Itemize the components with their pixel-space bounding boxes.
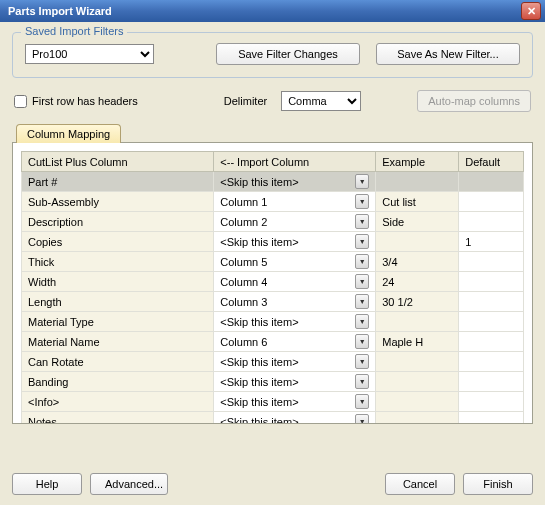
- example-cell: 24: [376, 272, 459, 292]
- chevron-down-icon[interactable]: ▼: [355, 374, 369, 389]
- table-row: Material NameColumn 6▼Maple H: [22, 332, 524, 352]
- import-column-cell[interactable]: <Skip this item>▼: [214, 172, 376, 192]
- default-cell[interactable]: [459, 332, 524, 352]
- chevron-down-icon[interactable]: ▼: [355, 314, 369, 329]
- table-row: LengthColumn 3▼30 1/2: [22, 292, 524, 312]
- chevron-down-icon[interactable]: ▼: [355, 394, 369, 409]
- cutlist-column-cell: Copies: [22, 232, 214, 252]
- import-column-cell[interactable]: Column 2▼: [214, 212, 376, 232]
- import-column-cell[interactable]: Column 4▼: [214, 272, 376, 292]
- cutlist-column-cell: Description: [22, 212, 214, 232]
- import-column-cell[interactable]: Column 6▼: [214, 332, 376, 352]
- delimiter-select[interactable]: Comma: [281, 91, 361, 111]
- saved-filter-select[interactable]: Pro100: [25, 44, 154, 64]
- import-column-value: <Skip this item>: [220, 416, 298, 425]
- save-as-new-filter-button[interactable]: Save As New Filter...: [376, 43, 520, 65]
- mapping-table: CutList Plus Column <-- Import Column Ex…: [21, 151, 524, 424]
- example-cell: [376, 352, 459, 372]
- chevron-down-icon[interactable]: ▼: [355, 354, 369, 369]
- default-cell[interactable]: 1: [459, 232, 524, 252]
- cutlist-column-cell: Thick: [22, 252, 214, 272]
- first-row-headers-label: First row has headers: [32, 95, 138, 107]
- table-row: Material Type<Skip this item>▼: [22, 312, 524, 332]
- table-row: <Info><Skip this item>▼: [22, 392, 524, 412]
- saved-filters-group: Saved Import Filters Pro100 Save Filter …: [12, 32, 533, 78]
- default-cell[interactable]: [459, 172, 524, 192]
- column-mapping-panel: CutList Plus Column <-- Import Column Ex…: [12, 142, 533, 424]
- first-row-headers-checkbox[interactable]: First row has headers: [14, 95, 138, 108]
- table-row: Copies<Skip this item>▼1: [22, 232, 524, 252]
- default-cell[interactable]: [459, 372, 524, 392]
- import-column-value: Column 3: [220, 296, 267, 308]
- chevron-down-icon[interactable]: ▼: [355, 414, 369, 424]
- import-column-cell[interactable]: <Skip this item>▼: [214, 232, 376, 252]
- import-column-value: Column 2: [220, 216, 267, 228]
- table-row: WidthColumn 4▼24: [22, 272, 524, 292]
- import-column-cell[interactable]: <Skip this item>▼: [214, 312, 376, 332]
- cutlist-column-cell: Width: [22, 272, 214, 292]
- cutlist-column-cell: Banding: [22, 372, 214, 392]
- example-cell: [376, 312, 459, 332]
- default-cell[interactable]: [459, 212, 524, 232]
- example-cell: [376, 172, 459, 192]
- header-example: Example: [376, 152, 459, 172]
- example-cell: Maple H: [376, 332, 459, 352]
- header-import-column: <-- Import Column: [214, 152, 376, 172]
- first-row-headers-input[interactable]: [14, 95, 27, 108]
- import-column-cell[interactable]: <Skip this item>▼: [214, 392, 376, 412]
- chevron-down-icon[interactable]: ▼: [355, 294, 369, 309]
- cutlist-column-cell: <Info>: [22, 392, 214, 412]
- import-column-cell[interactable]: <Skip this item>▼: [214, 412, 376, 425]
- finish-button[interactable]: Finish: [463, 473, 533, 495]
- default-cell[interactable]: [459, 352, 524, 372]
- chevron-down-icon[interactable]: ▼: [355, 174, 369, 189]
- import-column-value: Column 6: [220, 336, 267, 348]
- import-column-cell[interactable]: Column 3▼: [214, 292, 376, 312]
- cutlist-column-cell: Part #: [22, 172, 214, 192]
- close-button[interactable]: ✕: [521, 2, 541, 20]
- cutlist-column-cell: Notes: [22, 412, 214, 425]
- cancel-button[interactable]: Cancel: [385, 473, 455, 495]
- window-body: Saved Import Filters Pro100 Save Filter …: [0, 22, 545, 505]
- default-cell[interactable]: [459, 272, 524, 292]
- import-column-value: Column 1: [220, 196, 267, 208]
- table-row: Part #<Skip this item>▼: [22, 172, 524, 192]
- chevron-down-icon[interactable]: ▼: [355, 234, 369, 249]
- tab-column-mapping[interactable]: Column Mapping: [16, 124, 121, 143]
- chevron-down-icon[interactable]: ▼: [355, 334, 369, 349]
- default-cell[interactable]: [459, 412, 524, 425]
- default-cell[interactable]: [459, 292, 524, 312]
- default-cell[interactable]: [459, 252, 524, 272]
- import-column-cell[interactable]: Column 5▼: [214, 252, 376, 272]
- default-cell[interactable]: [459, 192, 524, 212]
- import-column-cell[interactable]: <Skip this item>▼: [214, 352, 376, 372]
- import-column-value: Column 5: [220, 256, 267, 268]
- table-row: DescriptionColumn 2▼Side: [22, 212, 524, 232]
- import-column-value: <Skip this item>: [220, 356, 298, 368]
- save-filter-changes-button[interactable]: Save Filter Changes: [216, 43, 360, 65]
- example-cell: [376, 412, 459, 425]
- cutlist-column-cell: Material Name: [22, 332, 214, 352]
- delimiter-label: Delimiter: [224, 95, 267, 107]
- chevron-down-icon[interactable]: ▼: [355, 194, 369, 209]
- import-column-cell[interactable]: Column 1▼: [214, 192, 376, 212]
- example-cell: 30 1/2: [376, 292, 459, 312]
- header-default: Default: [459, 152, 524, 172]
- import-column-value: <Skip this item>: [220, 396, 298, 408]
- table-row: Can Rotate<Skip this item>▼: [22, 352, 524, 372]
- default-cell[interactable]: [459, 312, 524, 332]
- example-cell: [376, 372, 459, 392]
- help-button[interactable]: Help: [12, 473, 82, 495]
- options-row: First row has headers Delimiter Comma Au…: [14, 90, 531, 112]
- advanced-button[interactable]: Advanced...: [90, 473, 168, 495]
- cutlist-column-cell: Length: [22, 292, 214, 312]
- import-column-cell[interactable]: <Skip this item>▼: [214, 372, 376, 392]
- chevron-down-icon[interactable]: ▼: [355, 214, 369, 229]
- table-row: ThickColumn 5▼3/4: [22, 252, 524, 272]
- chevron-down-icon[interactable]: ▼: [355, 254, 369, 269]
- close-icon: ✕: [527, 5, 536, 18]
- chevron-down-icon[interactable]: ▼: [355, 274, 369, 289]
- import-column-value: <Skip this item>: [220, 176, 298, 188]
- default-cell[interactable]: [459, 392, 524, 412]
- automap-columns-button: Auto-map columns: [417, 90, 531, 112]
